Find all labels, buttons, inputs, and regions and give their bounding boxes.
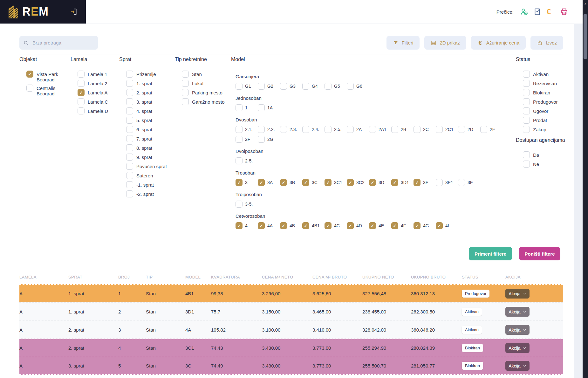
- unchecked-checkbox[interactable]: ✓: [523, 151, 530, 158]
- unchecked-checkbox[interactable]: ✓: [126, 172, 133, 179]
- unchecked-checkbox[interactable]: ✓: [78, 71, 85, 78]
- unchecked-checkbox[interactable]: ✓: [78, 107, 85, 114]
- unchecked-checkbox[interactable]: ✓: [182, 80, 189, 87]
- checkbox-option-g5[interactable]: ✓G5: [325, 83, 347, 90]
- unchecked-checkbox[interactable]: ✓: [458, 126, 465, 133]
- checked-checkbox[interactable]: ✓: [302, 179, 309, 186]
- unchecked-checkbox[interactable]: ✓: [26, 85, 33, 92]
- unchecked-checkbox[interactable]: ✓: [126, 107, 133, 114]
- checkbox-option-3c1[interactable]: ✓3C1: [325, 179, 347, 186]
- unchecked-checkbox[interactable]: ✓: [523, 107, 530, 114]
- unchecked-checkbox[interactable]: ✓: [126, 190, 133, 197]
- unchecked-checkbox[interactable]: ✓: [126, 163, 133, 170]
- unchecked-checkbox[interactable]: ✓: [523, 161, 530, 168]
- checkbox-option-4f[interactable]: ✓4F: [391, 222, 414, 229]
- checked-checkbox[interactable]: ✓: [325, 222, 332, 229]
- unchecked-checkbox[interactable]: ✓: [347, 126, 354, 133]
- unchecked-checkbox[interactable]: ✓: [280, 83, 287, 90]
- checked-checkbox[interactable]: ✓: [414, 222, 420, 229]
- unchecked-checkbox[interactable]: ✓: [280, 126, 287, 133]
- unchecked-checkbox[interactable]: ✓: [414, 126, 420, 133]
- checkbox-option-3d1[interactable]: ✓3D1: [391, 179, 414, 186]
- checkbox-option-6-sprat[interactable]: ✓6. sprat: [126, 126, 170, 133]
- unchecked-checkbox[interactable]: ✓: [523, 80, 530, 87]
- checkbox-option-aktivan[interactable]: ✓Aktivan: [523, 71, 573, 78]
- checkbox-option-3[interactable]: ✓3: [236, 179, 258, 186]
- checkbox-option-4[interactable]: ✓4: [236, 222, 258, 229]
- unchecked-checkbox[interactable]: ✓: [126, 89, 133, 96]
- checkbox-option-4i[interactable]: ✓4I: [436, 222, 458, 229]
- checkbox-option-vista-park-beograd[interactable]: ✓Vista Park Beograd: [26, 71, 67, 82]
- checked-checkbox[interactable]: ✓: [236, 222, 243, 229]
- checkbox-option-3f[interactable]: ✓3F: [458, 179, 480, 186]
- scrollbar-thumb[interactable]: [584, 14, 587, 59]
- unchecked-checkbox[interactable]: ✓: [369, 126, 376, 133]
- checked-checkbox[interactable]: ✓: [369, 222, 376, 229]
- unchecked-checkbox[interactable]: ✓: [258, 126, 265, 133]
- checkbox-option-gara-no-mesto[interactable]: ✓Garažno mesto: [182, 98, 227, 105]
- checkbox-option-7-sprat[interactable]: ✓7. sprat: [126, 135, 170, 142]
- unchecked-checkbox[interactable]: ✓: [126, 154, 133, 161]
- checkbox-option-3-5[interactable]: ✓3-5.: [236, 201, 258, 208]
- unchecked-checkbox[interactable]: ✓: [523, 71, 530, 78]
- 2d-prikaz-button[interactable]: 2D prikaz: [424, 36, 466, 50]
- checkbox-option-3c2[interactable]: ✓3C2: [347, 179, 369, 186]
- checked-checkbox[interactable]: ✓: [236, 179, 243, 186]
- unchecked-checkbox[interactable]: ✓: [258, 136, 265, 143]
- unchecked-checkbox[interactable]: ✓: [126, 71, 133, 78]
- unchecked-checkbox[interactable]: ✓: [236, 83, 243, 90]
- checkbox-option-g4[interactable]: ✓G4: [302, 83, 325, 90]
- checked-checkbox[interactable]: ✓: [280, 179, 287, 186]
- checkbox-option-predugovor[interactable]: ✓Predugovor: [523, 98, 573, 105]
- unchecked-checkbox[interactable]: ✓: [523, 89, 530, 96]
- checkbox-option-centralis-beograd[interactable]: ✓Centralis Beograd: [26, 85, 67, 96]
- checkbox-option-prizemlje[interactable]: ✓Prizemlje: [126, 71, 170, 78]
- unchecked-checkbox[interactable]: ✓: [302, 83, 309, 90]
- checked-checkbox[interactable]: ✓: [414, 179, 420, 186]
- checkbox-option-lamela-d[interactable]: ✓Lamela D: [78, 107, 115, 114]
- checkbox-option-2-4[interactable]: ✓2.4.: [302, 126, 325, 133]
- unchecked-checkbox[interactable]: ✓: [126, 80, 133, 87]
- unchecked-checkbox[interactable]: ✓: [126, 117, 133, 124]
- checkbox-option-2-sprat[interactable]: ✓2. sprat: [126, 89, 170, 96]
- checked-checkbox[interactable]: ✓: [302, 222, 309, 229]
- unchecked-checkbox[interactable]: ✓: [258, 83, 265, 90]
- unchecked-checkbox[interactable]: ✓: [436, 179, 443, 186]
- checkbox-option-9-sprat[interactable]: ✓9. sprat: [126, 154, 170, 161]
- checkbox-option-zakup[interactable]: ✓Zakup: [523, 126, 573, 133]
- checked-checkbox[interactable]: ✓: [26, 71, 33, 78]
- checkbox-option-2f[interactable]: ✓2F: [236, 136, 258, 143]
- checkbox-option-rezervisan[interactable]: ✓Rezervisan: [523, 80, 573, 87]
- checkbox-option-2b[interactable]: ✓2B: [391, 126, 414, 133]
- unchecked-checkbox[interactable]: ✓: [236, 157, 243, 164]
- checkbox-option-4g[interactable]: ✓4G: [414, 222, 436, 229]
- unchecked-checkbox[interactable]: ✓: [480, 126, 487, 133]
- unchecked-checkbox[interactable]: ✓: [126, 144, 133, 151]
- checkbox-option-3b[interactable]: ✓3B: [280, 179, 302, 186]
- checked-checkbox[interactable]: ✓: [325, 179, 332, 186]
- checkbox-option-2-1[interactable]: ✓2.1.: [236, 126, 258, 133]
- unchecked-checkbox[interactable]: ✓: [236, 126, 243, 133]
- izvoz-button[interactable]: Izvoz: [530, 36, 563, 50]
- checkbox-option-3e[interactable]: ✓3E: [414, 179, 436, 186]
- checkbox-option-3-sprat[interactable]: ✓3. sprat: [126, 98, 170, 105]
- checked-checkbox[interactable]: ✓: [436, 222, 443, 229]
- checkbox-option-4e[interactable]: ✓4E: [369, 222, 391, 229]
- unchecked-checkbox[interactable]: ✓: [523, 126, 530, 133]
- checkbox-option-2a1[interactable]: ✓2A1: [369, 126, 391, 133]
- checkbox-option-2-5[interactable]: ✓2.5.: [325, 126, 347, 133]
- search-input[interactable]: [32, 40, 94, 46]
- checkbox-option-lamela-a[interactable]: ✓Lamela A: [78, 89, 115, 96]
- checkbox-option-8-sprat[interactable]: ✓8. sprat: [126, 144, 170, 151]
- checkbox-option-2c1[interactable]: ✓2C1: [436, 126, 458, 133]
- unchecked-checkbox[interactable]: ✓: [236, 201, 243, 208]
- logout-icon[interactable]: [70, 8, 78, 16]
- checkbox-option-parking-mesto[interactable]: ✓Parking mesto: [182, 89, 227, 96]
- checkbox-option-5-sprat[interactable]: ✓5. sprat: [126, 117, 170, 124]
- checkbox-option-2-5[interactable]: ✓2-5.: [236, 157, 258, 164]
- unchecked-checkbox[interactable]: ✓: [126, 98, 133, 105]
- add-document-icon[interactable]: [533, 8, 542, 16]
- scrollbar-up-arrow[interactable]: ▲: [583, 2, 588, 5]
- apply-filters-button[interactable]: Primeni filtere: [469, 247, 512, 260]
- unchecked-checkbox[interactable]: ✓: [458, 179, 465, 186]
